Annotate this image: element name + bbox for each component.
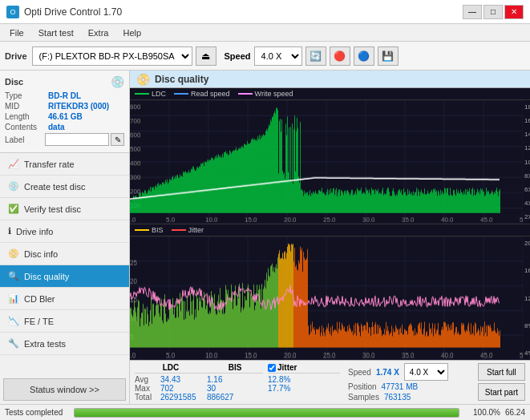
progress-bar-outer bbox=[74, 408, 459, 418]
sidebar-item-drive-info[interactable]: ℹ Drive info bbox=[0, 220, 129, 243]
content-area: 📀 Disc quality LDC Read speed Write spee… bbox=[130, 71, 530, 404]
type-label: Type bbox=[5, 91, 48, 100]
label-label: Label bbox=[5, 135, 45, 144]
avg-label: Avg bbox=[135, 375, 160, 384]
verify-test-disc-icon: ✅ bbox=[8, 204, 19, 214]
samples-label: Samples bbox=[348, 393, 379, 402]
sidebar-item-fe-te[interactable]: 📉 FE / TE bbox=[0, 310, 129, 333]
extra-tests-icon: 🔧 bbox=[8, 338, 19, 349]
menu-bar: File Start test Extra Help bbox=[0, 24, 530, 42]
total-label: Total bbox=[135, 393, 160, 402]
settings-button1[interactable]: 🔴 bbox=[330, 46, 350, 66]
speed-select-stat[interactable]: 4.0 X 8.0 X bbox=[404, 363, 448, 381]
speed-selector[interactable]: 4.0 X 8.0 X MAX bbox=[254, 46, 302, 66]
speed-label-stat: Speed bbox=[348, 368, 371, 377]
fe-te-icon: 📉 bbox=[8, 316, 19, 326]
menu-help[interactable]: Help bbox=[116, 26, 148, 39]
disc-quality-title: Disc quality bbox=[155, 74, 208, 85]
maximize-button[interactable]: □ bbox=[483, 5, 503, 19]
save-button[interactable]: 💾 bbox=[378, 46, 399, 66]
sidebar-item-cd-bler[interactable]: 📊 CD Bler bbox=[0, 288, 129, 310]
eject-button[interactable]: ⏏ bbox=[196, 46, 216, 66]
nav-section: 📈 Transfer rate 💿 Create test disc ✅ Ver… bbox=[0, 153, 129, 404]
sidebar-item-create-test-disc[interactable]: 💿 Create test disc bbox=[0, 176, 129, 198]
create-test-disc-label: Create test disc bbox=[24, 182, 85, 192]
bis-max: 30 bbox=[207, 384, 263, 393]
cd-bler-label: CD Bler bbox=[24, 294, 55, 304]
ldc-total: 26291585 bbox=[160, 393, 196, 402]
drive-label: Drive bbox=[5, 51, 27, 61]
contents-label: Contents bbox=[5, 123, 48, 131]
write-speed-legend-label: Write speed bbox=[255, 90, 293, 98]
create-test-disc-icon: 💿 bbox=[8, 181, 19, 192]
sidebar-item-verify-test-disc[interactable]: ✅ Verify test disc bbox=[0, 198, 129, 220]
disc-quality-icon: 🔍 bbox=[8, 271, 19, 281]
ldc-max: 702 bbox=[160, 384, 174, 393]
ldc-legend-label: LDC bbox=[152, 90, 166, 98]
disc-info-label: Disc info bbox=[24, 249, 58, 259]
samples-value: 763135 bbox=[384, 393, 411, 402]
title-bar: O Opti Drive Control 1.70 — □ ✕ bbox=[0, 0, 530, 24]
disc-icon: 💿 bbox=[111, 75, 124, 88]
menu-extra[interactable]: Extra bbox=[82, 26, 115, 39]
window-controls: — □ ✕ bbox=[463, 5, 524, 19]
progress-percent: 100.0% bbox=[464, 408, 500, 417]
jitter-max: 17.7% bbox=[268, 384, 340, 393]
ldc-avg: 34.43 bbox=[160, 375, 180, 384]
settings-button2[interactable]: 🔵 bbox=[354, 46, 374, 66]
position-value: 47731 MB bbox=[382, 382, 419, 391]
speed-value-stat: 1.74 X bbox=[376, 368, 399, 377]
main-layout: Disc 💿 Type BD-R DL MID RITEKDR3 (000) L… bbox=[0, 71, 530, 404]
ldc-stats: LDC Avg34.43 Max702 Total26291585 bbox=[135, 363, 207, 402]
speed-label: Speed bbox=[225, 51, 251, 61]
jitter-header: Jitter bbox=[277, 363, 297, 372]
menu-start-test[interactable]: Start test bbox=[32, 26, 80, 39]
sidebar-item-transfer-rate[interactable]: 📈 Transfer rate bbox=[0, 153, 129, 176]
disc-quality-header: 📀 Disc quality bbox=[130, 71, 530, 88]
menu-file[interactable]: File bbox=[3, 26, 30, 39]
sidebar-item-disc-info[interactable]: 📀 Disc info bbox=[0, 243, 129, 265]
drive-selector[interactable]: (F:) PLEXTOR BD-R PX-LB950SA 1.06 bbox=[32, 46, 192, 66]
bis-total: 886627 bbox=[207, 393, 263, 402]
minimize-button[interactable]: — bbox=[463, 5, 482, 19]
jitter-checkbox[interactable] bbox=[268, 364, 276, 372]
sidebar-item-extra-tests[interactable]: 🔧 Extra tests bbox=[0, 333, 129, 355]
start-part-button[interactable]: Start part bbox=[478, 383, 525, 401]
mid-label: MID bbox=[5, 102, 48, 111]
position-label: Position bbox=[348, 382, 377, 391]
disc-info-panel: Disc 💿 Type BD-R DL MID RITEKDR3 (000) L… bbox=[0, 71, 129, 153]
type-value: BD-R DL bbox=[48, 91, 81, 100]
verify-test-disc-label: Verify test disc bbox=[24, 204, 81, 214]
label-edit-button[interactable]: ✎ bbox=[111, 133, 124, 146]
jitter-stats: Jitter 12.8% 17.7% bbox=[268, 363, 340, 393]
refresh-button[interactable]: 🔄 bbox=[305, 46, 326, 66]
action-buttons: Start full Start part bbox=[478, 363, 525, 401]
charts-area: LDC Read speed Write speed 18X 16X 14X bbox=[130, 88, 530, 360]
cd-bler-icon: 📊 bbox=[8, 293, 19, 304]
bis-stats: BIS 1.16 30 886627 bbox=[207, 363, 263, 402]
label-input[interactable] bbox=[45, 133, 109, 146]
bis-legend-label: BIS bbox=[152, 226, 164, 234]
transfer-rate-icon: 📈 bbox=[8, 159, 19, 169]
disc-section-title: Disc bbox=[5, 77, 23, 87]
close-button[interactable]: ✕ bbox=[504, 5, 524, 19]
sidebar: Disc 💿 Type BD-R DL MID RITEKDR3 (000) L… bbox=[0, 71, 130, 404]
drive-info-label: Drive info bbox=[16, 227, 53, 236]
top-chart-canvas bbox=[130, 100, 523, 224]
progress-bar-inner bbox=[75, 409, 459, 417]
contents-value: data bbox=[48, 123, 65, 131]
speed-position-stats: Speed 1.74 X 4.0 X 8.0 X Position 47731 … bbox=[348, 363, 452, 402]
sidebar-item-disc-quality[interactable]: 🔍 Disc quality bbox=[0, 265, 129, 288]
status-window-button[interactable]: Status window >> bbox=[3, 378, 126, 401]
dq-icon: 📀 bbox=[136, 73, 150, 86]
ldc-header: LDC bbox=[135, 363, 207, 374]
stats-area: LDC Avg34.43 Max702 Total26291585 BIS 1.… bbox=[130, 360, 530, 404]
max-label: Max bbox=[135, 384, 160, 393]
length-value: 46.61 GB bbox=[48, 112, 83, 121]
jitter-avg: 12.8% bbox=[268, 375, 340, 384]
status-bar: Tests completed 100.0% 66.24 bbox=[0, 404, 530, 420]
disc-info-icon: 📀 bbox=[8, 248, 19, 259]
disc-quality-label: Disc quality bbox=[24, 272, 69, 281]
start-full-button[interactable]: Start full bbox=[478, 363, 525, 381]
toolbar: Drive (F:) PLEXTOR BD-R PX-LB950SA 1.06 … bbox=[0, 42, 530, 71]
